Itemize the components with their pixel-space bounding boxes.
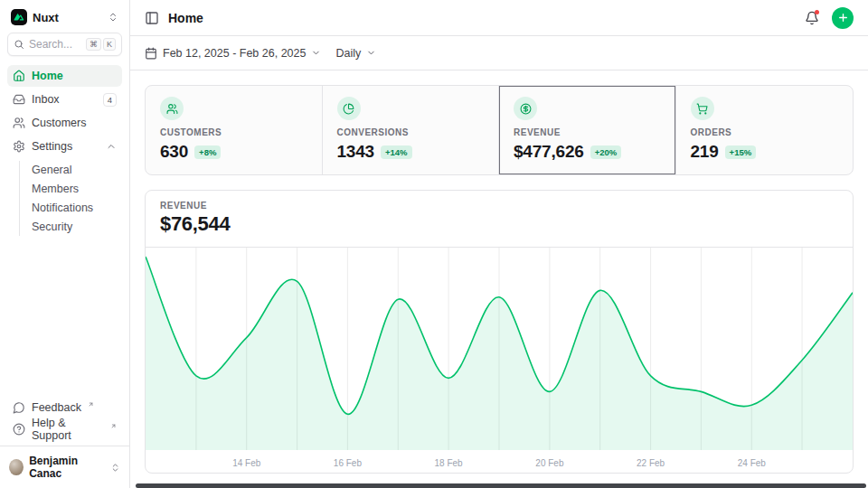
kbd-key: K [103, 38, 116, 52]
workspace-switcher[interactable]: Nuxt [7, 7, 122, 33]
period-select[interactable]: Daily [335, 47, 376, 60]
search-input[interactable]: Search... ⌘ K [7, 33, 122, 56]
notification-dot [815, 10, 819, 14]
stat-card-customers[interactable]: CUSTOMERS 630 +8% [146, 86, 323, 174]
inbox-count-badge: 4 [103, 93, 117, 107]
search-shortcut: ⌘ K [86, 38, 116, 52]
stat-delta-badge: +14% [381, 145, 412, 159]
users-icon [160, 97, 184, 120]
horizontal-scrollbar[interactable] [136, 483, 866, 488]
chart-total-value: $76,544 [160, 212, 838, 236]
plus-icon [837, 12, 849, 23]
chevron-up-icon [106, 141, 117, 152]
stat-delta-badge: +20% [590, 145, 622, 159]
revenue-chart-svg: 14 Feb16 Feb18 Feb20 Feb22 Feb24 Feb [146, 248, 853, 473]
avatar [9, 459, 24, 475]
stat-value: $477,626 [514, 142, 584, 162]
stats-row: CUSTOMERS 630 +8% CONVERSIONS 1343 +14% [145, 85, 854, 175]
nav-label: Help & Support [32, 417, 104, 442]
nav-label: Inbox [32, 93, 60, 106]
chevrons-up-down-icon [108, 12, 118, 23]
stat-card-revenue[interactable]: REVENUE $477,626 +20% [499, 86, 676, 174]
page-title: Home [168, 11, 203, 25]
inbox-icon [13, 93, 25, 106]
message-circle-icon [13, 401, 25, 414]
help-circle-icon [13, 423, 25, 436]
stat-label: REVENUE [514, 127, 661, 137]
revenue-chart-card: REVENUE $76,544 14 Feb16 Feb18 Feb20 Feb… [145, 190, 854, 474]
revenue-area-chart[interactable]: 14 Feb16 Feb18 Feb20 Feb22 Feb24 Feb [146, 248, 853, 473]
sidebar-item-home[interactable]: Home [7, 65, 122, 87]
sidebar-item-customers[interactable]: Customers [7, 112, 122, 134]
pie-chart-icon [337, 97, 361, 120]
gear-icon [13, 140, 25, 153]
header-actions [805, 7, 854, 29]
stat-card-conversions[interactable]: CONVERSIONS 1343 +14% [323, 86, 500, 174]
users-icon [13, 117, 25, 129]
chevron-down-icon [366, 48, 376, 58]
sidebar-item-help-support[interactable]: Help & Support [7, 418, 122, 440]
chart-title: REVENUE [160, 201, 838, 211]
date-range-picker[interactable]: Feb 12, 2025 - Feb 26, 2025 [145, 47, 321, 60]
nav-label: Customers [32, 117, 86, 129]
nav-label: Home [32, 70, 63, 82]
calendar-icon [145, 47, 157, 60]
house-icon [13, 70, 25, 82]
svg-text:24 Feb: 24 Feb [738, 458, 766, 468]
nav-label: Feedback [32, 401, 81, 414]
stat-value: 1343 [337, 142, 374, 162]
settings-submenu: General Members Notifications Security [19, 161, 122, 236]
period-value: Daily [335, 47, 361, 60]
chevron-down-icon [311, 48, 321, 58]
workspace-name: Nuxt [33, 11, 59, 24]
page-header: Home [130, 0, 868, 36]
search-icon [14, 39, 24, 50]
chevrons-up-down-icon [110, 463, 120, 473]
kbd-meta: ⌘ [86, 38, 101, 52]
sidebar-nav: Home Inbox 4 Customers Settings Genera [7, 65, 122, 238]
sidebar-item-general[interactable]: General [28, 161, 122, 179]
sidebar-item-members[interactable]: Members [28, 180, 122, 198]
date-range-value: Feb 12, 2025 - Feb 26, 2025 [163, 47, 306, 60]
chart-header: REVENUE $76,544 [146, 191, 853, 248]
external-link-icon [88, 401, 94, 408]
sidebar-item-notifications[interactable]: Notifications [28, 199, 122, 217]
svg-text:14 Feb: 14 Feb [232, 458, 260, 468]
sidebar-item-settings[interactable]: Settings [7, 136, 122, 157]
svg-text:22 Feb: 22 Feb [637, 458, 665, 468]
sidebar-item-inbox[interactable]: Inbox 4 [7, 89, 122, 110]
stat-value: 630 [160, 142, 188, 162]
panel-left-icon[interactable] [145, 11, 159, 25]
stat-value: 219 [691, 142, 719, 162]
dollar-circle-icon [514, 97, 537, 120]
nuxt-logo [11, 9, 27, 25]
svg-text:16 Feb: 16 Feb [334, 458, 362, 468]
svg-text:18 Feb: 18 Feb [435, 458, 463, 468]
nav-label: Settings [32, 140, 72, 153]
filters-toolbar: Feb 12, 2025 - Feb 26, 2025 Daily [130, 36, 868, 70]
stat-card-orders[interactable]: ORDERS 219 +15% [676, 86, 854, 174]
sidebar-spacer [7, 238, 122, 397]
add-button[interactable] [832, 7, 854, 29]
stat-label: CUSTOMERS [160, 127, 307, 137]
sidebar-item-security[interactable]: Security [28, 218, 122, 236]
sidebar-item-feedback[interactable]: Feedback [7, 397, 122, 418]
stat-delta-badge: +8% [194, 145, 221, 159]
svg-text:20 Feb: 20 Feb [535, 458, 563, 468]
stat-label: CONVERSIONS [337, 127, 485, 137]
sidebar: Nuxt Search... ⌘ K Home Inbox 4 [0, 0, 130, 488]
notifications-button[interactable] [805, 11, 819, 25]
content: CUSTOMERS 630 +8% CONVERSIONS 1343 +14% [130, 70, 868, 488]
stat-label: ORDERS [691, 127, 839, 137]
user-name: Benjamin Canac [29, 455, 105, 480]
external-link-icon [110, 423, 117, 429]
main-area: Home Feb 12, 2025 - Feb 26, 2025 Daily [130, 0, 868, 488]
stat-delta-badge: +15% [725, 145, 757, 159]
shopping-cart-icon [691, 97, 714, 120]
search-placeholder: Search... [29, 38, 81, 51]
user-menu[interactable]: Benjamin Canac [0, 446, 129, 488]
